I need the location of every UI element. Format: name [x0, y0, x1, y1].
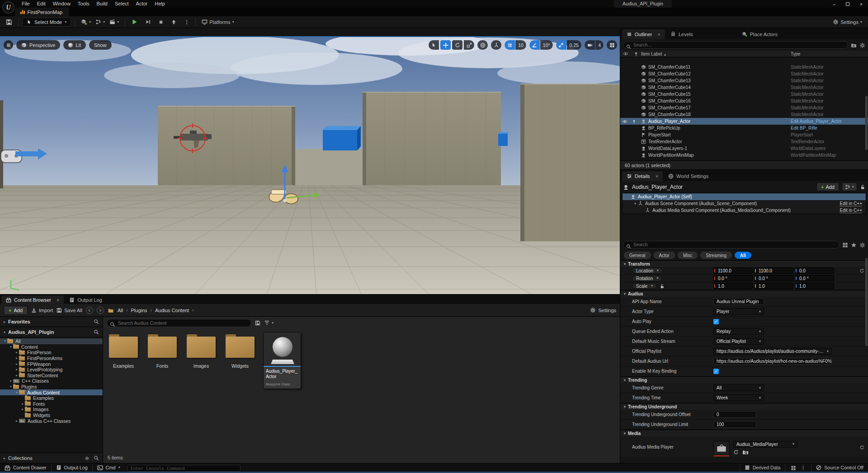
details-settings-icon[interactable] — [859, 241, 865, 249]
edit-in-cpp-link[interactable]: Edit in C++ — [840, 208, 862, 213]
outliner-search-input[interactable] — [623, 41, 848, 49]
blueprint-edit-dropdown[interactable]: ▾ — [842, 183, 857, 191]
outliner-row-audius-player-actor[interactable]: Audius_Player_ActorEdit Audius_Player_Ac… — [620, 118, 868, 125]
scale-snap-value[interactable]: 0.25 — [567, 40, 581, 50]
lock-scale-icon[interactable] — [660, 283, 665, 289]
tree-item-audius-content[interactable]: ▾Audius Content — [0, 389, 103, 395]
reset-to-default-button[interactable] — [859, 444, 864, 450]
select-dropdown[interactable]: Replay▾ — [713, 328, 764, 335]
vector-input[interactable]: 0.0 °0.0 °0.0 ° — [713, 275, 834, 281]
outliner-row-sm-chamfercube16[interactable]: SM_ChamferCube16StaticMeshActor — [620, 98, 868, 104]
maximize-viewport-button[interactable] — [607, 40, 617, 50]
breadcrumb-plugins[interactable]: Plugins — [131, 308, 147, 313]
checkbox[interactable]: ✓ — [713, 319, 719, 324]
details-scrollbar[interactable] — [865, 258, 868, 346]
stop-button[interactable] — [156, 18, 166, 27]
maximize-button[interactable] — [841, 0, 854, 8]
checkbox[interactable]: ✓ — [713, 369, 719, 374]
axis-select-dropdown[interactable]: Location ▾ — [632, 267, 663, 274]
add-collection-icon[interactable]: ⊕ — [85, 455, 89, 461]
outliner-row-sm-chamfercube18[interactable]: SM_ChamferCube18StaticMeshActor — [620, 111, 868, 118]
rotate-tool-button[interactable] — [452, 40, 462, 50]
vector-input[interactable]: 1.01.01.0 — [713, 283, 834, 289]
add-content-button[interactable]: +Add — [4, 306, 28, 315]
edit-in-cpp-link[interactable]: Edit in C++ — [840, 201, 862, 206]
tree-item-fpweapon[interactable]: ▸FPWeapon — [0, 361, 103, 367]
tab-content-browser[interactable]: Content Browser× — [1, 295, 64, 304]
axis-select-dropdown[interactable]: Scale ▾ — [632, 283, 657, 289]
blueprints-dropdown[interactable]: ▾ — [93, 18, 107, 27]
tree-item-firstperson[interactable]: ▸FirstPerson — [0, 350, 103, 356]
play-button[interactable] — [129, 18, 140, 27]
section-header-audius[interactable]: ▾Audius — [620, 290, 868, 297]
content-search-input[interactable] — [107, 319, 251, 327]
derived-data-button[interactable]: Derived Data — [740, 464, 785, 472]
menu-edit[interactable]: Edit — [33, 0, 49, 8]
browse-to-asset-icon[interactable] — [742, 450, 749, 455]
source-header[interactable]: ▾Audius_API_Plugin — [0, 327, 103, 337]
cmd-dropdown[interactable]: Cmd▾ — [93, 464, 125, 472]
outliner-row-playerstart[interactable]: PlayerStartPlayerStart — [620, 131, 868, 138]
component-row-audius-scene-component-audius-scene-component-[interactable]: ▾Audius Scene Component (Audius_Scene_Co… — [623, 200, 866, 207]
details-search-input[interactable] — [623, 241, 840, 248]
select-dropdown[interactable]: https://audius.co/Audius/playlist/audius… — [713, 348, 832, 355]
settings-dropdown[interactable]: Settings▾ — [830, 18, 864, 27]
text-input[interactable]: https://audius.co/Audius/playlist/hot-ne… — [713, 358, 832, 365]
visibility-column-icon[interactable] — [620, 51, 631, 56]
move-tool-button[interactable] — [440, 40, 451, 50]
media-player-thumbnail[interactable] — [713, 441, 730, 455]
rotation-snap-toggle[interactable] — [529, 40, 540, 50]
outliner-row-worldpartitionminimap[interactable]: WorldPartitionMiniMapWorldPartitionMiniM… — [620, 152, 868, 159]
viewport-lit-dropdown[interactable]: Lit — [63, 40, 86, 50]
tree-item-audius-c-classes[interactable]: ▸C+Audius C++ Classes — [0, 418, 103, 424]
content-browser-settings-button[interactable]: Settings — [590, 307, 616, 313]
menu-window[interactable]: Window — [49, 0, 74, 8]
grid-snap-toggle[interactable] — [505, 40, 515, 50]
close-tab-icon[interactable]: × — [658, 32, 660, 37]
console-command-input[interactable] — [127, 465, 241, 472]
text-input[interactable]: 0 — [713, 411, 756, 418]
menu-select[interactable]: Select — [111, 0, 132, 8]
outliner-row-sm-chamfercube13[interactable]: SM_ChamferCube13StaticMeshActor — [620, 77, 868, 84]
tree-item-levelprototyping[interactable]: ▸LevelPrototyping — [0, 367, 103, 373]
select-mode-dropdown[interactable]: Select Mode▾ — [22, 18, 71, 27]
menu-help[interactable]: Help — [151, 0, 169, 8]
favorites-icon[interactable] — [851, 241, 857, 249]
tree-item-examples[interactable]: Examples — [0, 395, 103, 401]
tree-item-all[interactable]: ▾All — [0, 338, 103, 344]
filter-chip-actor[interactable]: Actor — [654, 252, 675, 259]
section-header-transform[interactable]: ▾Transform — [620, 260, 868, 267]
menu-tools[interactable]: Tools — [74, 0, 93, 8]
rotation-snap-value[interactable]: 10° — [540, 40, 553, 50]
filter-chip-general[interactable]: General — [624, 252, 651, 259]
section-header-trending[interactable]: ▾Trending — [620, 376, 868, 383]
menu-build[interactable]: Build — [93, 0, 111, 8]
tree-item-fonts[interactable]: ▸Fonts — [0, 401, 103, 407]
outliner-row-sm-chamfercube17[interactable]: SM_ChamferCube17StaticMeshActor — [620, 104, 868, 111]
folder-tile-fonts[interactable]: Fonts — [146, 331, 178, 369]
tab-place-actors[interactable]: Place Actors — [737, 29, 782, 39]
outliner-row-bp-riflepickup[interactable]: BP_RiflePickUpEdit BP_Rifle — [620, 125, 868, 131]
frame-skip-button[interactable] — [143, 18, 153, 27]
lock-details-icon[interactable] — [860, 183, 865, 191]
viewport[interactable]: y Perspective Lit Show 10 10° — [0, 36, 620, 294]
tree-item-widgets[interactable]: Widgets — [0, 412, 103, 418]
filter-chip-all[interactable]: All — [735, 252, 751, 259]
outliner-row-textrenderactor[interactable]: TextRenderActorTextRenderActor — [620, 138, 868, 145]
filter-dropdown[interactable]: ▾ — [264, 320, 274, 326]
tree-item-firstpersonarms[interactable]: ▸FirstPersonArms — [0, 356, 103, 361]
outliner-row-sm-chamfercube11[interactable]: SM_ChamferCube11StaticMeshActor — [620, 64, 868, 70]
select-dropdown[interactable]: Week▾ — [713, 394, 764, 401]
favorites-header[interactable]: ▸Favorites — [0, 317, 103, 327]
add-component-button[interactable]: +Add — [816, 183, 839, 191]
camera-speed-button[interactable] — [585, 40, 595, 50]
edit-asset-link[interactable]: Edit Audius_Player_Actor — [791, 119, 842, 124]
outliner-row-sm-chamfercube12[interactable]: SM_ChamferCube12StaticMeshActor — [620, 70, 868, 77]
reset-to-default-button[interactable] — [859, 268, 864, 274]
vector-input[interactable]: 1100.01100.00.0 — [713, 267, 834, 274]
cinematics-dropdown[interactable]: ▾ — [107, 18, 121, 27]
filter-chip-streaming[interactable]: Streaming — [700, 252, 732, 259]
section-header-trending-underground[interactable]: ▾Trending Underground — [620, 403, 868, 410]
tree-item-startercontent[interactable]: ▸StarterContent — [0, 373, 103, 379]
scale-tool-button[interactable] — [464, 40, 474, 50]
